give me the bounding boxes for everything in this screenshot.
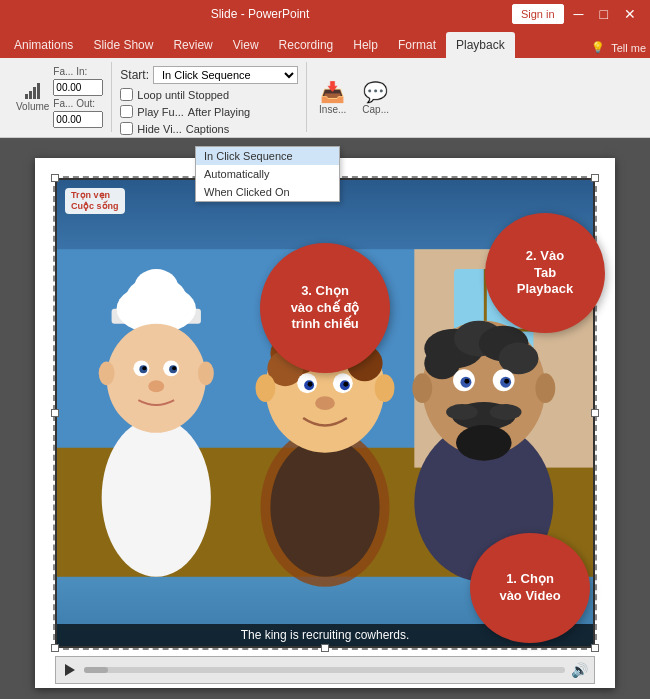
- svg-point-50: [504, 379, 509, 384]
- volume-speaker-icon[interactable]: 🔊: [571, 662, 588, 678]
- minimize-button[interactable]: ─: [568, 4, 590, 24]
- callout-2-text: 2. VàoTabPlayback: [517, 248, 573, 299]
- loop-row: Loop until Stopped: [120, 88, 298, 101]
- tab-review[interactable]: Review: [163, 32, 222, 58]
- captions-group: 📥 Inse... 💬 Cap...: [307, 62, 401, 132]
- slide-canvas: The king is recruiting cowherds. Trọn vẹ…: [35, 158, 615, 688]
- tab-slideshow[interactable]: Slide Show: [83, 32, 163, 58]
- svg-point-35: [315, 396, 335, 410]
- callout-3-text: 3. Chọnvào chế độtrình chiếu: [291, 283, 360, 334]
- callout-1-text: 1. Chọnvào Video: [499, 571, 560, 605]
- progress-bar[interactable]: [84, 667, 565, 673]
- fade-out-input[interactable]: [53, 111, 103, 128]
- hide-row: Hide Vi... Captions: [120, 122, 298, 135]
- lightbulb-icon: 💡: [591, 41, 605, 54]
- play-full-checkbox[interactable]: [120, 105, 133, 118]
- insert-icon: 📥: [320, 80, 345, 104]
- svg-point-10: [134, 269, 178, 305]
- loop-label: Loop until Stopped: [137, 89, 229, 101]
- play-full-label: Play Fu...: [137, 106, 183, 118]
- time-inputs: Fa... In: Fa... Out:: [53, 66, 103, 128]
- volume-bar-4: [37, 83, 40, 99]
- svg-point-20: [198, 361, 214, 385]
- close-button[interactable]: ✕: [618, 4, 642, 24]
- insert-label: Inse...: [319, 104, 346, 115]
- title-bar-controls: Sign in ─ □ ✕: [512, 4, 642, 24]
- captions-button[interactable]: 💬 Cap...: [358, 76, 393, 119]
- insert-caption-row: 📥 Inse... 💬 Cap...: [315, 76, 393, 119]
- progress-fill: [84, 667, 108, 673]
- volume-group: Volume Fa... In: Fa... Out:: [8, 62, 112, 132]
- hide-label: Hide Vi...: [137, 123, 181, 135]
- start-label: Start:: [120, 68, 149, 82]
- start-group: Start: In Click Sequence Automatically W…: [112, 62, 307, 132]
- logo-line2: Cuộc sống: [71, 201, 119, 212]
- hide-checkbox[interactable]: [120, 122, 133, 135]
- title-bar: Slide - PowerPoint Sign in ─ □ ✕: [0, 0, 650, 28]
- tab-playback[interactable]: Playback: [446, 32, 515, 58]
- svg-point-6: [102, 418, 211, 577]
- start-dropdown-menu: In Click Sequence Automatically When Cli…: [195, 146, 340, 202]
- sign-in-button[interactable]: Sign in: [512, 4, 564, 24]
- svg-point-16: [142, 366, 146, 370]
- tab-help[interactable]: Help: [343, 32, 388, 58]
- svg-point-53: [490, 404, 522, 420]
- volume-bars-icon: [25, 83, 40, 99]
- start-row: Start: In Click Sequence Automatically W…: [120, 66, 298, 84]
- svg-point-22: [270, 438, 379, 577]
- slide-area: The king is recruiting cowherds. Trọn vẹ…: [0, 138, 650, 699]
- fade-out-label: Fa... Out:: [53, 98, 103, 109]
- svg-point-49: [464, 379, 469, 384]
- svg-point-18: [148, 380, 164, 392]
- svg-point-19: [99, 361, 115, 385]
- svg-point-37: [375, 374, 395, 402]
- logo-line1: Trọn vẹn: [71, 190, 119, 201]
- callout-2: 2. VàoTabPlayback: [485, 213, 605, 333]
- loop-checkbox[interactable]: [120, 88, 133, 101]
- tab-view[interactable]: View: [223, 32, 269, 58]
- fade-in-input[interactable]: [53, 79, 103, 96]
- ribbon-tabs: Animations Slide Show Review View Record…: [0, 28, 650, 58]
- captions-icon: 💬: [363, 80, 388, 104]
- svg-point-55: [412, 373, 432, 403]
- svg-point-54: [456, 425, 512, 461]
- callout-3: 3. Chọnvào chế độtrình chiếu: [260, 243, 390, 373]
- svg-point-11: [107, 324, 206, 433]
- dropdown-item-when-clicked-on[interactable]: When Clicked On: [196, 183, 339, 201]
- cap-label: Cap...: [362, 104, 389, 115]
- fade-in-label: Fa... In:: [53, 66, 103, 77]
- play-triangle-icon: [65, 664, 75, 676]
- volume-label: Volume: [16, 101, 49, 112]
- svg-point-52: [446, 404, 478, 420]
- tab-recording[interactable]: Recording: [269, 32, 344, 58]
- ribbon-bar: Volume Fa... In: Fa... Out: Start: In Cl…: [0, 58, 650, 138]
- svg-point-36: [256, 374, 276, 402]
- tab-format[interactable]: Format: [388, 32, 446, 58]
- svg-point-44: [424, 347, 460, 379]
- volume-bar-1: [25, 94, 28, 99]
- svg-point-33: [308, 382, 313, 387]
- svg-point-34: [343, 382, 348, 387]
- volume-control[interactable]: Volume: [16, 83, 49, 112]
- after-playing-label: After Playing: [188, 106, 250, 118]
- play-full-row: Play Fu... After Playing: [120, 105, 298, 118]
- tab-animations[interactable]: Animations: [4, 32, 83, 58]
- title-bar-title: Slide - PowerPoint: [8, 7, 512, 21]
- svg-point-56: [535, 373, 555, 403]
- svg-point-17: [172, 366, 176, 370]
- video-logo: Trọn vẹn Cuộc sống: [65, 188, 125, 214]
- tell-me-label[interactable]: Tell me: [611, 42, 646, 54]
- subtitle-text: The king is recruiting cowherds.: [241, 628, 410, 642]
- dropdown-item-automatically[interactable]: Automatically: [196, 165, 339, 183]
- volume-bar-2: [29, 91, 32, 99]
- volume-bar-3: [33, 87, 36, 99]
- video-controls: 🔊: [55, 656, 595, 684]
- callout-1: 1. Chọnvào Video: [470, 533, 590, 643]
- dropdown-item-in-click-sequence[interactable]: In Click Sequence: [196, 147, 339, 165]
- maximize-button[interactable]: □: [594, 4, 614, 24]
- insert-button[interactable]: 📥 Inse...: [315, 76, 350, 119]
- captions-label: Captions: [186, 123, 229, 135]
- start-select[interactable]: In Click Sequence Automatically When Cli…: [153, 66, 298, 84]
- play-button[interactable]: [62, 662, 78, 678]
